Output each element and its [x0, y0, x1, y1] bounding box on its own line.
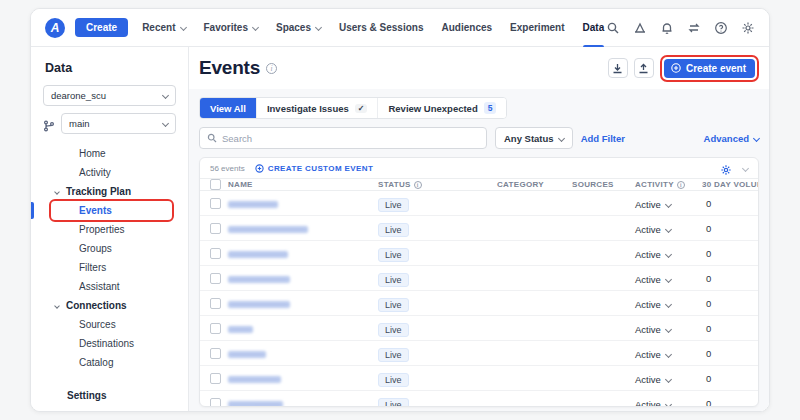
topnav-items: RecentFavoritesSpacesUsers & SessionsAud… — [142, 9, 604, 47]
settings-gear-icon[interactable] — [741, 21, 755, 35]
row-checkbox[interactable] — [210, 248, 221, 259]
tab-label: View All — [210, 103, 246, 114]
sidebar-item-home[interactable]: Home — [43, 144, 176, 163]
create-button[interactable]: Create — [75, 18, 128, 37]
row-checkbox[interactable] — [210, 198, 221, 209]
volume-cell: 0 — [702, 223, 758, 234]
nav-item-data[interactable]: Data — [583, 9, 605, 47]
import-download-button[interactable] — [608, 58, 628, 78]
chevron-down-icon — [665, 301, 672, 308]
sidebar-item-connections[interactable]: Connections — [43, 296, 176, 315]
activity-dropdown[interactable]: Active — [635, 249, 671, 260]
tab-view-all[interactable]: View All — [200, 98, 256, 118]
help-icon[interactable] — [714, 21, 728, 35]
sidebar-item-label: Groups — [79, 243, 112, 254]
status-filter-value: Any Status — [504, 133, 554, 144]
row-checkbox[interactable] — [210, 323, 221, 334]
sidebar-item-catalog[interactable]: Catalog — [43, 353, 176, 372]
info-icon[interactable]: i — [266, 63, 277, 74]
chevron-down-icon — [665, 326, 672, 333]
event-name-redacted[interactable] — [228, 251, 288, 258]
row-checkbox[interactable] — [210, 373, 221, 384]
advanced-link[interactable]: Advanced — [704, 133, 759, 144]
event-name-redacted[interactable] — [228, 226, 308, 233]
event-name-redacted[interactable] — [228, 301, 290, 308]
chevron-down-icon — [665, 201, 672, 208]
event-name-redacted[interactable] — [228, 351, 266, 358]
volume-cell: 0 — [702, 373, 758, 384]
event-name-redacted[interactable] — [228, 201, 278, 208]
export-upload-button[interactable] — [634, 58, 654, 78]
search-icon[interactable] — [606, 21, 620, 35]
row-checkbox[interactable] — [210, 273, 221, 284]
bell-icon[interactable] — [660, 21, 674, 35]
chevron-down-icon — [558, 134, 565, 141]
table-row: LiveActive0 — [200, 316, 758, 341]
sidebar-item-events[interactable]: Events — [43, 201, 176, 220]
sidebar-item-activity[interactable]: Activity — [43, 163, 176, 182]
create-custom-event-link[interactable]: CREATE CUSTOM EVENT — [255, 164, 374, 173]
amplitude-logo-icon: A — [45, 18, 65, 38]
sidebar-item-sources[interactable]: Sources — [43, 315, 176, 334]
activity-dropdown[interactable]: Active — [635, 349, 671, 360]
row-checkbox[interactable] — [210, 223, 221, 234]
sidebar-item-label: Home — [79, 148, 106, 159]
tab-investigate-issues[interactable]: Investigate Issues✓ — [256, 98, 378, 118]
table-row: LiveActive0 — [200, 191, 758, 216]
select-all-checkbox[interactable] — [210, 179, 221, 190]
chevron-down-icon — [665, 401, 672, 407]
nav-item-users-sessions[interactable]: Users & Sessions — [339, 9, 424, 47]
activity-dropdown[interactable]: Active — [635, 224, 671, 235]
activity-dropdown[interactable]: Active — [635, 199, 671, 210]
event-name-redacted[interactable] — [228, 326, 253, 333]
activity-dropdown[interactable]: Active — [635, 324, 671, 335]
event-name-redacted[interactable] — [228, 276, 290, 283]
project-select[interactable]: dearone_scu — [43, 85, 176, 106]
sidebar-item-filters[interactable]: Filters — [43, 258, 176, 277]
sidebar-item-groups[interactable]: Groups — [43, 239, 176, 258]
nav-item-spaces[interactable]: Spaces — [276, 9, 321, 47]
launchpad-icon[interactable] — [633, 21, 647, 35]
add-filter-link[interactable]: Add Filter — [581, 133, 625, 144]
sidebar-item-properties[interactable]: Properties — [43, 220, 176, 239]
activity-dropdown[interactable]: Active — [635, 299, 671, 310]
chevron-down-icon[interactable] — [742, 164, 749, 171]
table-row: LiveActive0 — [200, 341, 758, 366]
nav-item-audiences[interactable]: Audiences — [442, 9, 493, 47]
sidebar-item-tracking-plan[interactable]: Tracking Plan — [43, 182, 176, 201]
event-name-redacted[interactable] — [228, 401, 283, 407]
activity-dropdown[interactable]: Active — [635, 274, 671, 285]
create-event-button[interactable]: Create event — [664, 59, 755, 78]
sidebar-item-label: Activity — [79, 167, 111, 178]
chevron-down-icon — [162, 120, 169, 127]
nav-item-favorites[interactable]: Favorites — [204, 9, 258, 47]
search-input[interactable] — [222, 133, 479, 144]
sidebar-item-label: Tracking Plan — [66, 186, 131, 197]
row-checkbox[interactable] — [210, 348, 221, 359]
sidebar-item-assistant[interactable]: Assistant — [43, 277, 176, 296]
nav-item-experiment[interactable]: Experiment — [510, 9, 564, 47]
info-icon[interactable]: i — [677, 181, 685, 189]
chevron-down-icon — [665, 226, 672, 233]
table-settings-gear-icon[interactable] — [720, 162, 732, 174]
row-checkbox[interactable] — [210, 398, 221, 408]
check-icon: ✓ — [355, 104, 368, 113]
activity-dropdown[interactable]: Active — [635, 399, 671, 407]
row-checkbox[interactable] — [210, 298, 221, 309]
sidebar-item-destinations[interactable]: Destinations — [43, 334, 176, 353]
sidebar-item-settings[interactable]: Settings — [43, 390, 176, 401]
branch-select[interactable]: main — [61, 113, 176, 134]
page-header: Events i Create event — [189, 47, 769, 89]
status-filter-select[interactable]: Any Status — [495, 127, 573, 149]
activity-dropdown[interactable]: Active — [635, 374, 671, 385]
updates-icon[interactable] — [687, 21, 701, 35]
event-name-redacted[interactable] — [228, 376, 281, 383]
events-count: 56 events — [210, 164, 245, 173]
tab-review-unexpected[interactable]: Review Unexpected5 — [377, 98, 506, 118]
info-icon[interactable]: i — [414, 181, 422, 189]
chevron-down-icon — [665, 251, 672, 258]
nav-item-recent[interactable]: Recent — [142, 9, 185, 47]
column-header-name: NAME — [228, 180, 378, 189]
activity-value: Active — [635, 299, 661, 310]
branch-select-value: main — [69, 118, 90, 129]
